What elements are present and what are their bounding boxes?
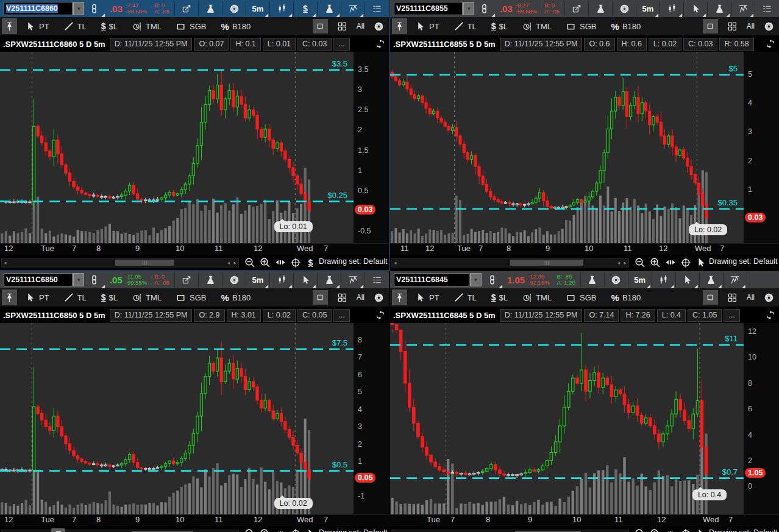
apply-all-button[interactable]: All — [357, 293, 365, 302]
link-channel-button[interactable]: ◢ — [474, 1, 495, 16]
time-scrollbar[interactable]: ◂|||◂▸ — [391, 258, 629, 268]
share-button[interactable] — [566, 1, 587, 16]
pin-toolbar-button[interactable] — [392, 18, 407, 34]
symbol-dropdown-button[interactable]: ▼ — [73, 273, 84, 286]
timeframe-button[interactable]: 5m◢ — [638, 1, 658, 16]
tool-SGB-button[interactable]: SGB — [566, 293, 596, 303]
symbol-dropdown-button[interactable]: ▼ — [463, 2, 474, 15]
single-panel-button[interactable] — [313, 19, 328, 34]
expand-horizontal-button[interactable] — [664, 528, 677, 532]
toolbar-settings-button[interactable] — [764, 21, 774, 32]
zoom-in-button[interactable] — [258, 257, 271, 268]
symbol-dropdown-button[interactable]: ▼ — [73, 2, 84, 15]
grid-layout-button[interactable] — [727, 293, 738, 303]
chart-settings-button[interactable] — [224, 272, 244, 288]
scroll-reset-button[interactable] — [51, 528, 65, 532]
apply-all-button[interactable]: All — [747, 22, 755, 30]
tool-SGB-button[interactable]: SGB — [176, 293, 206, 303]
price-axis[interactable]: 543210.03 — [744, 52, 779, 243]
scroll-step-left-icon[interactable]: ◂ — [227, 259, 230, 266]
drawing-set-label[interactable]: Drawing set: Default◢ — [709, 528, 779, 532]
scrollbar-thumb[interactable]: ||| — [510, 260, 583, 266]
tool-B180-button[interactable]: %B180 — [611, 21, 641, 32]
pin-toolbar-button[interactable] — [2, 289, 17, 305]
symbol-input[interactable]: V251111C6860 — [4, 2, 73, 15]
cursor-mode-button[interactable] — [304, 528, 317, 532]
restore-chart-icon[interactable] — [765, 310, 779, 321]
expand-horizontal-button[interactable] — [274, 257, 286, 268]
grid-layout-button[interactable] — [337, 21, 347, 32]
tool-TML-button[interactable]: TML — [132, 21, 162, 32]
toolbar-settings-button[interactable] — [764, 293, 774, 303]
zoom-in-button[interactable] — [649, 528, 661, 532]
chart-style-button[interactable]: ◢ — [271, 272, 292, 288]
scroll-step-right-icon[interactable]: ▸ — [624, 259, 627, 266]
drawing-set-label[interactable]: Drawing set: Default◢ — [319, 257, 389, 266]
share-button[interactable] — [176, 1, 197, 16]
toolbar-settings-button[interactable] — [374, 293, 384, 303]
tool-B180-button[interactable]: %B180 — [611, 293, 641, 303]
chart-settings-button[interactable] — [606, 272, 627, 288]
patterns-button[interactable]: ◢ — [733, 1, 753, 16]
apply-all-button[interactable]: All — [357, 22, 365, 30]
time-axis[interactable]: Tue789101112Wed7 — [390, 514, 779, 526]
cursor-mode-button[interactable] — [694, 257, 707, 268]
price-tools-button[interactable]: $◢ — [295, 1, 316, 16]
tool-PT-button[interactable]: PT — [416, 21, 439, 32]
drawing-set-label[interactable]: Drawing set: Default◢ — [709, 257, 779, 266]
restore-chart-icon[interactable] — [765, 38, 779, 49]
patterns-button[interactable]: ◢ — [343, 1, 363, 16]
cursor-tool-button[interactable]: ◢ — [685, 1, 706, 16]
analysis-flask-button[interactable] — [590, 1, 611, 16]
symbol-input[interactable]: V251111C6855 — [394, 2, 463, 15]
time-axis[interactable]: 12Tue789101112Wed7 — [0, 243, 389, 255]
chart-plot[interactable]: $7.5$0.5Lo: 0.02 — [0, 323, 354, 514]
scrollbar-thumb[interactable]: ||| — [115, 260, 174, 266]
grid-layout-button[interactable] — [337, 293, 347, 303]
zoom-out-button[interactable] — [633, 257, 646, 268]
restore-chart-icon[interactable] — [375, 310, 389, 321]
time-axis[interactable]: 1112Tue789101112Wed7 — [390, 243, 779, 255]
drawing-set-label[interactable]: Drawing set: Default◢ — [319, 528, 389, 532]
time-scrollbar[interactable]: ◂|||◂▸ — [391, 530, 629, 532]
price-axis[interactable]: 3.532.521.510.5-0.50.03 — [354, 52, 389, 243]
crosshair-button[interactable] — [679, 257, 692, 268]
cursor-mode-button[interactable] — [694, 528, 707, 532]
cursor-tool-button[interactable]: ◢ — [295, 272, 316, 288]
scroll-left-icon[interactable]: ◂ — [4, 259, 7, 266]
zoom-in-button[interactable] — [649, 257, 661, 268]
scroll-left-icon[interactable]: ◂ — [394, 259, 397, 266]
chart-menu-button[interactable] — [366, 1, 387, 16]
tool-PT-button[interactable]: PT — [416, 293, 439, 303]
crosshair-button[interactable] — [679, 528, 692, 532]
symbol-dropdown-button[interactable]: ▼ — [470, 273, 482, 286]
symbol-input[interactable]: V251111C6845 — [394, 273, 469, 286]
single-panel-button[interactable] — [703, 19, 718, 34]
symbol-input[interactable]: V251111C6850 — [4, 273, 73, 286]
time-axis[interactable]: 12Tue789101112Wed7 — [0, 514, 389, 526]
tool-TL-button[interactable]: TL — [454, 21, 477, 32]
time-scrollbar[interactable]: ◂|||◂▸ — [1, 530, 239, 532]
single-panel-button[interactable] — [703, 290, 718, 305]
zoom-out-button[interactable] — [243, 257, 256, 268]
chart-style-button[interactable]: ◢ — [271, 1, 292, 16]
studies-flask-button[interactable]: ◢ — [709, 1, 730, 16]
studies-flask-button[interactable]: ◢ — [319, 1, 340, 16]
tool-B180-button[interactable]: %B180 — [221, 293, 251, 303]
single-panel-button[interactable] — [313, 290, 328, 305]
tool-SL-button[interactable]: $$L — [491, 21, 508, 31]
price-axis[interactable]: 1210864201.05 — [744, 323, 779, 514]
chart-style-button[interactable]: ◢ — [661, 1, 682, 16]
chart-settings-button[interactable] — [224, 1, 244, 16]
time-scrollbar[interactable]: ◂|||◂▸ — [1, 258, 239, 268]
studies-flask-button[interactable]: ◢ — [319, 272, 340, 288]
tool-PT-button[interactable]: PT — [26, 21, 49, 32]
chart-plot[interactable]: $5$0.35Lo: 0.02 — [390, 52, 744, 243]
link-channel-button[interactable]: ◢ — [84, 272, 105, 288]
chart-settings-button[interactable] — [614, 1, 635, 16]
restore-chart-icon[interactable] — [375, 38, 389, 49]
timeframe-button[interactable]: 5m◢ — [247, 1, 268, 16]
chart-menu-button[interactable] — [366, 272, 387, 288]
tool-SL-button[interactable]: $$L — [101, 293, 118, 302]
crosshair-button[interactable] — [289, 257, 302, 268]
